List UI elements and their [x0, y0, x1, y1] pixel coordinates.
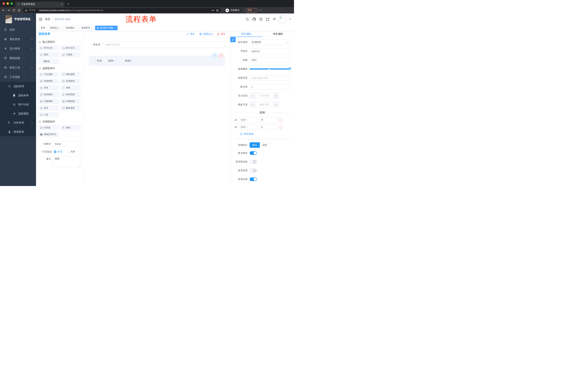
palette-item-select[interactable]: 下拉选择 [38, 72, 59, 77]
component-type-select[interactable]: 多选框组 [250, 40, 290, 45]
palette-item-table[interactable]: 表格[开发中] [38, 132, 59, 137]
tab-close-icon[interactable]: × [61, 3, 63, 6]
maximize-window-button[interactable] [10, 2, 13, 5]
tag-process-form-edit[interactable]: 流程表单-编辑× [95, 26, 117, 30]
sidebar-item-process-form[interactable]: 流程表单 [0, 91, 36, 100]
increase-button[interactable]: + [273, 102, 279, 107]
close-window-button[interactable] [2, 2, 5, 5]
window-controls[interactable] [2, 2, 13, 5]
sidebar-item-infra[interactable]: 基础设施 [0, 53, 36, 63]
back-icon[interactable] [2, 9, 5, 12]
label-width-input[interactable] [250, 75, 290, 81]
sidebar-item-devtools[interactable]: 研发工具 [0, 63, 36, 72]
title-input[interactable] [250, 57, 290, 63]
sidebar-item-process-model[interactable]: 流程模型 [0, 109, 36, 118]
sidebar-item-home[interactable]: 首页 [0, 25, 36, 34]
increase-button[interactable]: + [273, 93, 279, 98]
reload-icon[interactable] [12, 9, 15, 12]
gender-field-selected[interactable]: 性别 选项一 选项二 [89, 56, 225, 66]
palette-item-switch[interactable]: 开关 [38, 85, 59, 90]
address-bar[interactable]: 不安全 | dashboard.yudao.iocoder.cn/bpm/man… [23, 8, 221, 13]
tab-form-props[interactable]: 表单属性 [262, 31, 294, 37]
sidebar-collapse-icon[interactable] [39, 18, 42, 21]
show-label-toggle[interactable] [250, 151, 257, 155]
palette-item-cascader[interactable]: 级联选择 [60, 72, 81, 77]
home-icon[interactable] [18, 9, 21, 12]
sidebar-item-process-mgmt[interactable]: 流程管理 [0, 82, 36, 91]
tag-close-icon[interactable]: × [60, 27, 61, 29]
github-icon[interactable] [252, 18, 256, 21]
drag-handle-icon[interactable] [234, 126, 237, 128]
breadcrumb-home[interactable]: 首页 [45, 18, 50, 21]
min-select-value[interactable]: 至少应选 [255, 93, 273, 98]
delete-component-button[interactable] [219, 53, 223, 58]
more-menu-icon[interactable]: ⋮ [253, 9, 256, 12]
phone-input[interactable] [103, 41, 225, 48]
option-value-input[interactable] [259, 117, 277, 123]
tag-process-form[interactable]: 流程表单× [80, 26, 94, 30]
security-warning-icon[interactable] [25, 9, 27, 11]
decrease-button[interactable]: − [250, 93, 255, 98]
palette-item-date-picker[interactable]: 日期选择 [38, 99, 59, 104]
sidebar-item-payment[interactable]: ¥ 支付管理 [0, 44, 36, 53]
min-select-stepper[interactable]: − 至少应选 + [250, 93, 279, 98]
key-icon[interactable] [212, 9, 214, 12]
option-value-input[interactable] [259, 124, 277, 130]
remove-option-button[interactable]: − [279, 118, 283, 122]
tag-close-icon[interactable]: × [91, 27, 92, 29]
palette-item-password[interactable]: 密码 [38, 52, 59, 57]
option-label-input[interactable] [239, 124, 258, 130]
gender-option1-checkbox[interactable]: 选项一 [104, 59, 116, 63]
sidebar-item-system[interactable]: 系统管理 [0, 34, 36, 44]
sidebar-item-leave-query[interactable]: 请假查询 [0, 127, 36, 136]
link-badge[interactable] [230, 37, 236, 42]
gender-option2-checkbox[interactable]: 选项二 [121, 59, 132, 63]
max-select-stepper[interactable]: − 最多可选 + [250, 102, 279, 107]
option-label-input[interactable] [239, 117, 258, 123]
palette-item-date-range[interactable]: 日期范围 [60, 99, 81, 104]
bookmark-star-icon[interactable] [216, 9, 219, 12]
grid-slider[interactable] [250, 66, 290, 72]
clear-button[interactable]: 清空 [217, 32, 225, 36]
search-icon[interactable] [246, 18, 249, 21]
form-name-input[interactable] [53, 141, 81, 147]
default-value-input[interactable] [250, 84, 290, 90]
required-toggle[interactable] [250, 177, 257, 181]
avatar[interactable] [279, 15, 286, 23]
palette-item-color-picker[interactable]: 颜色选择 [60, 105, 81, 111]
status-radio-off[interactable]: 关闭 [66, 150, 75, 153]
field-name-input[interactable] [250, 48, 290, 54]
browser-tab[interactable]: 芋道管理系统 × [15, 1, 64, 7]
view-json-button[interactable]: 查看json [199, 32, 213, 36]
palette-item-row-container[interactable]: 行容器 [38, 125, 59, 130]
profile-caret-icon[interactable] [260, 10, 261, 11]
status-radio-on[interactable]: 开启 [54, 150, 63, 153]
minimize-window-button[interactable] [7, 2, 9, 5]
tag-close-icon[interactable]: × [75, 27, 76, 29]
save-button[interactable]: 保存 [186, 32, 195, 36]
fullscreen-icon[interactable] [266, 18, 269, 21]
disabled-toggle[interactable] [250, 169, 257, 172]
palette-item-button[interactable]: 按钮 [60, 125, 81, 130]
sidebar-item-user-group[interactable]: 用户分组 [0, 100, 36, 109]
form-remark-textarea[interactable]: 嘿嘿 [53, 156, 81, 167]
avatar-caret-icon[interactable] [289, 19, 291, 20]
tag-process-model[interactable]: 流程模型× [64, 26, 78, 30]
max-select-value[interactable]: 最多可选 [255, 102, 273, 107]
help-icon[interactable] [259, 18, 262, 21]
decrease-button[interactable]: − [250, 102, 255, 107]
tab-component-props[interactable]: 组件属性 [230, 31, 262, 37]
remove-option-button[interactable]: − [279, 125, 283, 129]
palette-item-time-range[interactable]: 时间范围 [60, 92, 81, 97]
palette-item-counter[interactable]: 123计数器 [60, 52, 81, 57]
palette-item-checkbox-group[interactable]: 多选框组 [60, 78, 81, 84]
font-size-icon[interactable]: TT [273, 18, 276, 21]
border-toggle[interactable] [250, 160, 257, 164]
new-tab-button[interactable]: + [67, 2, 69, 6]
add-option-button[interactable]: 添加选项 [240, 132, 290, 136]
drag-handle-icon[interactable] [234, 118, 237, 121]
forward-icon[interactable] [7, 9, 10, 12]
slider-handle[interactable] [289, 67, 291, 70]
style-button-button[interactable]: 按钮 [260, 142, 270, 148]
palette-item-editor[interactable]: 编辑器 [38, 59, 59, 64]
